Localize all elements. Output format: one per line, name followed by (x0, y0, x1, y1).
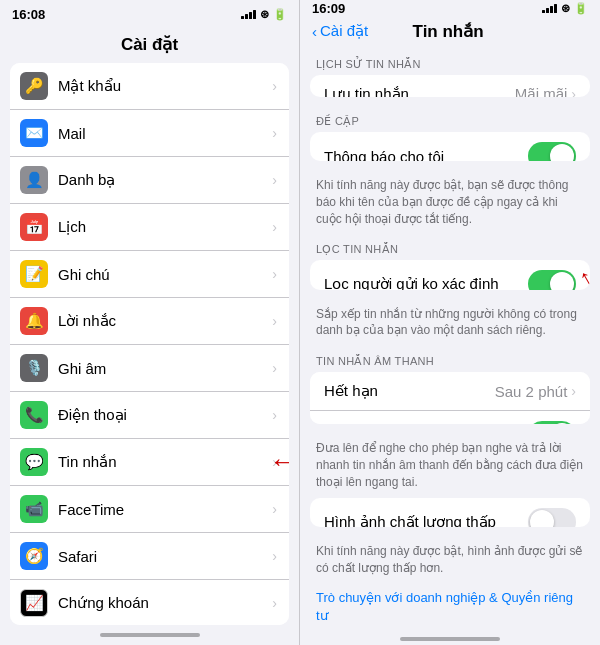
signal-icon (241, 10, 256, 19)
safari-icon: 🧭 (20, 542, 48, 570)
luu-tin-nhan-label: Lưu tin nhắn (324, 85, 515, 98)
loc-nguoi-gui-toggle[interactable] (528, 270, 576, 289)
right-signal-icon (542, 4, 557, 13)
left-status-icons: ⊛ 🔋 (241, 8, 287, 21)
settings-item-tin-nhan[interactable]: 💬 Tin nhắn › ← (10, 439, 289, 486)
card-lich-su: Lưu tin nhắn Mãi mãi › (310, 75, 590, 98)
hinh-anh-description: Khi tính năng này được bật, hình ảnh đượ… (300, 537, 600, 585)
left-home-bar (100, 633, 200, 637)
settings-item-danh-ba[interactable]: 👤 Danh bạ › (10, 157, 289, 204)
settings-item-ghi-chu[interactable]: 📝 Ghi chú › (10, 251, 289, 298)
luu-tin-nhan-arrow: › (571, 86, 576, 98)
hinh-anh-toggle[interactable] (528, 508, 576, 527)
chung-khoan-icon: 📈 (20, 589, 48, 617)
settings-item-facetime[interactable]: 📹 FaceTime › (10, 486, 289, 533)
nav-bar: ‹ Cài đặt Tin nhắn (300, 17, 600, 50)
right-page-title: Tin nhắn (413, 21, 484, 42)
privacy-link[interactable]: Trò chuyện với doanh nghiệp & Quyền riên… (300, 585, 600, 633)
tin-nhan-label: Tin nhắn (58, 453, 272, 471)
loc-nguoi-gui-label: Lọc người gửi ko xác định (324, 275, 528, 289)
ghi-chu-label: Ghi chú (58, 266, 272, 283)
back-button[interactable]: ‹ Cài đặt (312, 22, 368, 40)
card-loc: Lọc người gửi ko xác định ↑ (310, 260, 590, 289)
dien-thoai-icon: 📞 (20, 401, 48, 429)
loi-nhac-icon: 🔔 (20, 307, 48, 335)
settings-item-ghi-am[interactable]: 🎙️ Ghi âm › (10, 345, 289, 392)
danh-ba-icon: 👤 (20, 166, 48, 194)
right-status-bar: 16:09 ⊛ 🔋 (300, 0, 600, 17)
mat-khau-icon: 🔑 (20, 72, 48, 100)
settings-item-chung-khoan[interactable]: 📈 Chứng khoán › (10, 580, 289, 625)
settings-item-safari[interactable]: 🧭 Safari › (10, 533, 289, 580)
card-am-thanh: Hết hạn Sau 2 phút › Đưa lên để nghe (310, 372, 590, 424)
chung-khoan-arrow: › (272, 595, 277, 611)
safari-arrow: › (272, 548, 277, 564)
facetime-label: FaceTime (58, 501, 272, 518)
dien-thoai-arrow: › (272, 407, 277, 423)
safari-label: Safari (58, 548, 272, 565)
left-panel: 16:08 ⊛ 🔋 Cài đặt 🔑 Mật khẩu › ✉️ Mail ›… (0, 0, 300, 645)
hinh-anh-label: Hình ảnh chất lượng thấp (324, 513, 528, 527)
dua-len-description: Đưa lên để nghe cho phép bạn nghe và trả… (300, 434, 600, 498)
het-han-label: Hết hạn (324, 382, 495, 400)
dua-len-nghe-toggle[interactable] (528, 421, 576, 424)
back-label: Cài đặt (320, 22, 368, 40)
lich-icon: 📅 (20, 213, 48, 241)
mail-arrow: › (272, 125, 277, 141)
ghi-chu-arrow: › (272, 266, 277, 282)
loi-nhac-arrow: › (272, 313, 277, 329)
lich-label: Lịch (58, 218, 272, 236)
right-panel: 16:09 ⊛ 🔋 ‹ Cài đặt Tin nhắn LỊCH SỬ TIN… (300, 0, 600, 645)
battery-icon: 🔋 (273, 8, 287, 21)
red-arrow-left: ← (269, 446, 289, 478)
settings-item-dien-thoai[interactable]: 📞 Điện thoại › (10, 392, 289, 439)
luu-tin-nhan-value: Mãi mãi (515, 85, 568, 97)
settings-item-mat-khau[interactable]: 🔑 Mật khẩu › (10, 63, 289, 110)
het-han-value: Sau 2 phút (495, 383, 568, 400)
danh-ba-label: Danh bạ (58, 171, 272, 189)
item-hinh-anh[interactable]: Hình ảnh chất lượng thấp (310, 498, 590, 527)
right-time: 16:09 (312, 1, 345, 16)
section-header-de-cap: ĐỀ CẬP (300, 107, 600, 132)
left-status-bar: 16:08 ⊛ 🔋 (0, 0, 299, 28)
left-settings-list: 🔑 Mật khẩu › ✉️ Mail › 👤 Danh bạ › 📅 Lịc… (10, 63, 289, 625)
settings-item-loi-nhac[interactable]: 🔔 Lời nhắc › (10, 298, 289, 345)
thong-bao-label: Thông báo cho tôi (324, 148, 528, 161)
thong-bao-description: Khi tính năng này được bật, bạn sẽ được … (300, 171, 600, 235)
mat-khau-arrow: › (272, 78, 277, 94)
tin-nhan-icon: 💬 (20, 448, 48, 476)
settings-item-lich[interactable]: 📅 Lịch › (10, 204, 289, 251)
section-header-loc: LỌC TIN NHẮN (300, 235, 600, 260)
ghi-am-label: Ghi âm (58, 360, 272, 377)
het-han-arrow: › (571, 383, 576, 399)
lich-arrow: › (272, 219, 277, 235)
mat-khau-label: Mật khẩu (58, 77, 272, 95)
item-loc-nguoi-gui[interactable]: Lọc người gửi ko xác định (310, 260, 590, 289)
wifi-icon: ⊛ (260, 8, 269, 21)
item-dua-len-nghe[interactable]: Đưa lên để nghe (310, 411, 590, 424)
right-wifi-icon: ⊛ (561, 2, 570, 15)
ghi-chu-icon: 📝 (20, 260, 48, 288)
section-header-am-thanh: TIN NHẮN ÂM THANH (300, 347, 600, 372)
danh-ba-arrow: › (272, 172, 277, 188)
loc-description: Sắp xếp tin nhắn từ những người không có… (300, 300, 600, 348)
back-chevron-icon: ‹ (312, 23, 317, 40)
right-home-indicator (300, 633, 600, 645)
mail-icon: ✉️ (20, 119, 48, 147)
card-hinh-anh: Hình ảnh chất lượng thấp (310, 498, 590, 527)
right-battery-icon: 🔋 (574, 2, 588, 15)
left-time: 16:08 (12, 7, 45, 22)
card-de-cap: Thông báo cho tôi (310, 132, 590, 161)
settings-item-mail[interactable]: ✉️ Mail › (10, 110, 289, 157)
ghi-am-icon: 🎙️ (20, 354, 48, 382)
left-home-indicator (0, 625, 299, 645)
facetime-arrow: › (272, 501, 277, 517)
right-status-icons: ⊛ 🔋 (542, 2, 588, 15)
mail-label: Mail (58, 125, 272, 142)
thong-bao-toggle[interactable] (528, 142, 576, 161)
facetime-icon: 📹 (20, 495, 48, 523)
ghi-am-arrow: › (272, 360, 277, 376)
item-thong-bao[interactable]: Thông báo cho tôi (310, 132, 590, 161)
item-luu-tin-nhan[interactable]: Lưu tin nhắn Mãi mãi › (310, 75, 590, 98)
item-het-han[interactable]: Hết hạn Sau 2 phút › (310, 372, 590, 411)
